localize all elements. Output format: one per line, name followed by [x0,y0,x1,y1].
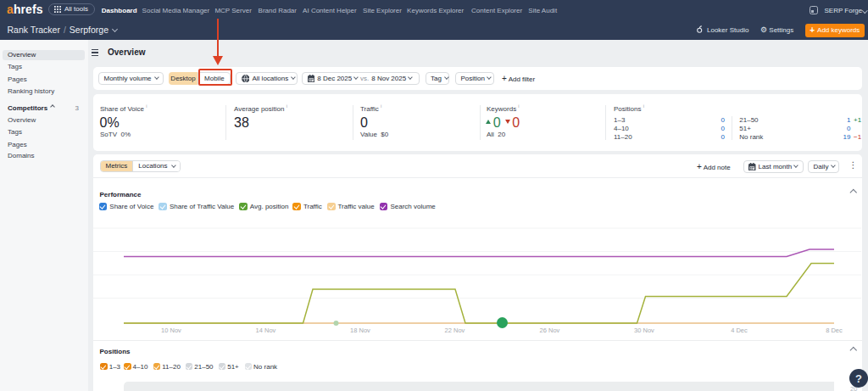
svg-text:22 Nov: 22 Nov [445,327,465,334]
svg-text:18 Nov: 18 Nov [350,327,370,334]
svg-text:8 Dec: 8 Dec [826,327,843,334]
svg-text:26 Nov: 26 Nov [540,327,560,334]
svg-text:30 Nov: 30 Nov [634,327,654,334]
svg-text:4 Dec: 4 Dec [731,327,748,334]
svg-text:14 Nov: 14 Nov [256,327,276,334]
svg-text:10 Nov: 10 Nov [161,327,181,334]
